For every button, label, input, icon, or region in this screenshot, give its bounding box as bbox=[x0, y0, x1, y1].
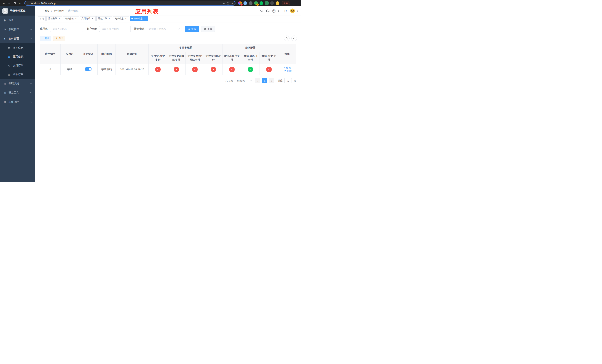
delete-button[interactable]: 删除 bbox=[284, 69, 292, 73]
refresh-button[interactable] bbox=[291, 36, 297, 41]
sidebar-item-merchant-info[interactable]: ▤ 商户信息 bbox=[0, 43, 35, 52]
cell-merchant-name: 芋道源码 bbox=[97, 64, 116, 75]
browser-reload-button[interactable] bbox=[12, 1, 17, 6]
extension-book-icon[interactable] bbox=[265, 1, 269, 5]
password-key-icon[interactable] bbox=[222, 2, 225, 5]
sidebar-item-devtools[interactable]: ▨ 研发工具 bbox=[0, 88, 35, 97]
help-icon[interactable]: ? bbox=[272, 10, 275, 13]
page-size-select[interactable]: 10条/页 bbox=[235, 78, 253, 83]
status-label: 开启状态 bbox=[134, 27, 144, 31]
avatar-caret-icon[interactable]: ▾ bbox=[297, 10, 298, 12]
col-header-id: 应用编号 bbox=[40, 44, 61, 64]
chevron-up-icon bbox=[30, 38, 32, 40]
sidebar-item-system[interactable]: ⚙ 系统管理 bbox=[0, 25, 35, 34]
browser-back-button[interactable]: ← bbox=[1, 1, 7, 6]
card-icon: ▤ bbox=[8, 46, 11, 49]
prev-page-button[interactable]: ‹ bbox=[255, 78, 260, 83]
fullscreen-icon[interactable] bbox=[278, 10, 281, 12]
hamburger-icon[interactable] bbox=[38, 10, 42, 12]
col-header-wx-jsapi: 微信 JSAPI 支付 bbox=[241, 52, 260, 64]
chevron-down-icon bbox=[30, 92, 32, 94]
tab-merchant-info[interactable]: 商户信息× bbox=[113, 16, 129, 21]
top-navbar: 首页 / 支付管理 / 应用信息 应用列表 ? TT bbox=[35, 6, 301, 16]
export-button[interactable]: 导出 bbox=[53, 36, 65, 41]
page-number-button[interactable]: 1 bbox=[262, 78, 267, 83]
tab-process-form[interactable]: 流程表单× bbox=[46, 16, 62, 21]
edit-button[interactable]: 修改 bbox=[283, 66, 291, 69]
status-select[interactable]: 请选择开启状态 bbox=[147, 26, 182, 32]
close-icon[interactable]: × bbox=[108, 17, 110, 20]
tab-app-info[interactable]: 应用信息× bbox=[130, 16, 148, 21]
col-header-actions: 操作 bbox=[278, 44, 296, 64]
user-avatar[interactable] bbox=[290, 8, 295, 14]
extension-pinwheel-icon[interactable]: 10 bbox=[238, 1, 242, 5]
tab-home[interactable]: 首页 bbox=[38, 16, 45, 21]
sidebar-item-label: 基础设施 bbox=[9, 82, 19, 85]
toggle-search-button[interactable] bbox=[284, 36, 290, 41]
extension-wechat-devtools-icon[interactable] bbox=[259, 1, 263, 5]
extension-dark-icon[interactable] bbox=[249, 1, 252, 5]
close-icon[interactable]: × bbox=[144, 17, 146, 20]
col-header-wx-mini: 微信小程序支付 bbox=[223, 52, 241, 64]
sidebar-item-refund-order[interactable]: ▥ 退款订单 bbox=[0, 70, 35, 79]
cell-app-name: 芋道 bbox=[61, 64, 79, 75]
browser-forward-button[interactable]: → bbox=[7, 1, 12, 6]
sidebar-logo[interactable]: 芋道管理系统 bbox=[0, 6, 35, 16]
sidebar-item-payment[interactable]: ¥ 支付管理 bbox=[0, 34, 35, 43]
wx-mini-disabled-icon: × bbox=[229, 67, 235, 72]
col-header-alipay-pc: 支付宝 PC 网站支付 bbox=[167, 52, 186, 64]
close-icon[interactable]: × bbox=[58, 17, 61, 20]
close-icon[interactable]: × bbox=[75, 17, 77, 20]
sidebar-item-label: 首页 bbox=[9, 19, 14, 22]
share-icon[interactable] bbox=[226, 2, 229, 5]
add-button[interactable]: + 新增 bbox=[40, 36, 51, 41]
site-info-icon[interactable]: i bbox=[27, 2, 29, 4]
alipay-wap-disabled-icon: × bbox=[192, 67, 198, 72]
reset-button[interactable]: 重置 bbox=[201, 26, 215, 32]
url-text[interactable]: localhost:1024/pay/app bbox=[31, 2, 221, 5]
tabs-bar: 首页 流程表单× 用户分组× 支付订单× 退款订单× 商户信息× 应用信息× bbox=[35, 16, 301, 22]
app-name-input[interactable] bbox=[50, 26, 83, 32]
tab-pay-order[interactable]: 支付订单× bbox=[80, 16, 96, 21]
chevron-down-icon bbox=[178, 28, 180, 30]
status-toggle[interactable] bbox=[85, 67, 92, 71]
close-icon[interactable]: × bbox=[91, 17, 94, 20]
sidebar-item-infrastructure[interactable]: ▧ 基础设施 bbox=[0, 79, 35, 88]
chevron-down-icon bbox=[30, 82, 32, 84]
tab-refund-order[interactable]: 退款订单× bbox=[97, 16, 112, 21]
bookmark-star-icon[interactable]: ★ bbox=[231, 2, 233, 4]
browser-home-button[interactable]: ⌂ bbox=[18, 1, 22, 6]
browser-menu-icon[interactable]: ⋮ bbox=[292, 1, 295, 5]
close-icon[interactable]: × bbox=[125, 17, 127, 20]
sidebar-item-pay-order[interactable]: ⊙ 支付订单 bbox=[0, 61, 35, 70]
tab-user-group[interactable]: 用户分组× bbox=[63, 16, 79, 21]
search-button[interactable]: 搜索 bbox=[185, 26, 199, 32]
font-size-icon[interactable]: TT bbox=[284, 10, 287, 12]
sidebar-item-workflow[interactable]: ▩ 工作流程 bbox=[0, 97, 35, 107]
merchant-name-input[interactable] bbox=[99, 26, 131, 32]
logo-avatar bbox=[2, 8, 8, 14]
col-header-wx-app: 微信 APP 支付 bbox=[260, 52, 278, 64]
app-name-label: 应用名 bbox=[40, 27, 48, 31]
table-toolbar: + 新增 导出 bbox=[40, 36, 297, 41]
extension-green-avatar-icon[interactable]: 1 bbox=[254, 1, 258, 5]
app-title: 芋道管理系统 bbox=[10, 9, 25, 13]
chrome-update-button[interactable]: 更新 bbox=[281, 1, 290, 5]
extensions-puzzle-icon[interactable] bbox=[270, 1, 274, 5]
col-header-name: 应用名 bbox=[61, 44, 79, 64]
profile-avatar-icon[interactable] bbox=[276, 1, 279, 5]
workflow-icon: ▩ bbox=[3, 101, 6, 104]
sidebar-item-app-info[interactable]: ▦ 应用信息 bbox=[0, 52, 35, 61]
breadcrumb-current: 应用信息 bbox=[68, 9, 78, 13]
col-header-created: 创建时间 bbox=[116, 44, 149, 64]
sidebar-item-label: 应用信息 bbox=[13, 55, 23, 58]
search-icon[interactable] bbox=[260, 10, 263, 13]
next-page-button[interactable]: › bbox=[269, 78, 274, 83]
github-icon[interactable] bbox=[266, 9, 269, 13]
goto-page-input[interactable] bbox=[284, 78, 292, 83]
address-bar[interactable]: i localhost:1024/pay/app ★ bbox=[24, 1, 236, 6]
breadcrumb-pay[interactable]: 支付管理 bbox=[54, 9, 64, 13]
extension-blue-icon[interactable] bbox=[243, 1, 247, 5]
breadcrumb-home[interactable]: 首页 bbox=[44, 9, 50, 13]
sidebar-item-home[interactable]: ◉ 首页 bbox=[0, 16, 35, 25]
